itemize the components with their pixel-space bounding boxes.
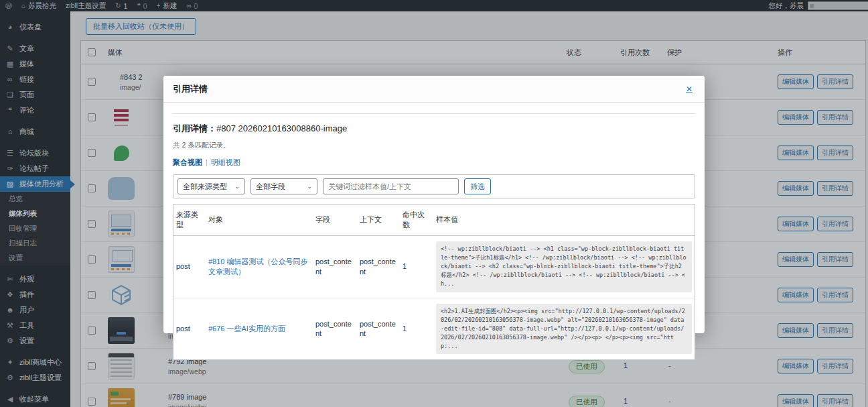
reference-heading-value: #807 20260210163008860-image [216,123,347,133]
ref-context: post_content [360,257,397,277]
ref-object-link[interactable]: #810 编辑器测试（公众号同步文章测试） [208,257,310,277]
reference-row: post#810 编辑器测试（公众号同步文章测试）post_contentpos… [173,236,695,298]
reference-heading: 引用详情：#807 20260210163008860-image [173,123,695,135]
ref-object-link[interactable]: #676 一些AI实用的方面 [208,324,310,334]
ref-field: post_content [315,319,354,339]
modal-body: 引用详情：#807 20260210163008860-image 共 2 条匹… [163,113,705,360]
view-separator: | [206,158,208,166]
reference-table-header: 来源类型 对象 字段 上下文 命中次数 样本值 [173,205,695,236]
ref-col-hits: 命中次数 [403,210,431,230]
ref-col-context: 上下文 [360,215,397,225]
ref-source-type: post [176,261,203,272]
ref-field: post_content [315,257,354,277]
aggregate-view-link[interactable]: 聚合视图 [173,158,202,166]
source-type-select-value: 全部来源类型 [183,182,227,192]
close-icon[interactable]: ✕ [686,84,693,94]
ref-context: post_content [360,319,397,339]
modal-title: 引用详情 [173,83,208,95]
ref-col-sample: 样本值 [436,215,692,225]
modal-header: 引用详情 ✕ [163,76,705,103]
divider [173,113,695,114]
reference-table: 来源类型 对象 字段 上下文 命中次数 样本值 post#810 编辑器测试（公… [173,204,695,360]
reference-row: post#676 一些AI实用的方面post_contentpost_conte… [173,298,695,360]
ref-col-field: 字段 [315,215,354,225]
detail-view-link[interactable]: 明细视图 [211,158,240,166]
chevron-down-icon: ⌄ [234,183,240,190]
ref-col-object: 对象 [208,215,310,225]
filter-submit-button[interactable]: 筛选 [464,178,491,194]
reference-details-modal: 引用详情 ✕ 引用详情：#807 20260210163008860-image… [163,76,705,333]
chevron-down-icon: ⌄ [307,183,312,190]
match-summary: 共 2 条匹配记录。 [173,141,695,150]
ref-hits: 1 [403,261,431,272]
field-select-value: 全部字段 [256,182,285,192]
source-type-select[interactable]: 全部来源类型 ⌄ [177,178,245,194]
ref-sample-value: <!-- wp:zibllblock/biaoti --> <h1 class=… [436,241,692,292]
ref-col-source-type: 来源类型 [176,210,203,230]
ref-hits: 1 [403,324,431,334]
view-switcher: 聚合视图|明细视图 [173,158,695,168]
field-select[interactable]: 全部字段 ⌄ [250,178,317,194]
filter-bar: 全部来源类型 ⌄ 全部字段 ⌄ 筛选 [173,174,695,198]
ref-source-type: post [176,324,203,334]
reference-heading-label: 引用详情： [173,123,216,133]
keyword-filter-input[interactable] [323,178,459,194]
ref-sample-value: <h2>1.AI生成封面图</h2><p><img src="http://12… [436,304,692,355]
